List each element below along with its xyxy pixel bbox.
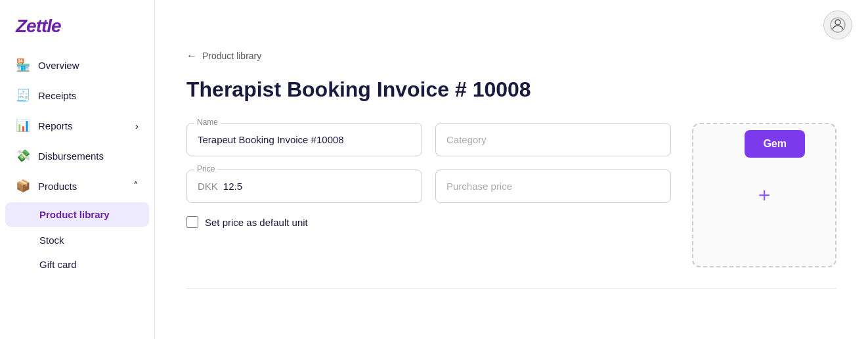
sidebar-item-disbursements[interactable]: 💸 Disbursements (0, 141, 154, 171)
name-input[interactable] (186, 123, 422, 156)
default-unit-checkbox[interactable] (186, 216, 198, 228)
form-and-image: Name Price DKK (186, 123, 836, 267)
logo-text: Zettle (16, 16, 61, 36)
sidebar-item-reports[interactable]: 📊 Reports › (0, 110, 154, 141)
price-currency: DKK (198, 181, 218, 192)
back-arrow-icon: ← (186, 50, 197, 62)
sub-item-label: Stock (39, 235, 64, 246)
sub-item-label: Product library (39, 209, 110, 220)
name-field-group: Name (186, 123, 422, 156)
main-content: ← Product library Therapist Booking Invo… (155, 0, 868, 339)
breadcrumb[interactable]: ← Product library (186, 50, 836, 62)
sidebar-item-label: Products (38, 181, 77, 192)
sidebar-item-product-library[interactable]: Product library (5, 202, 149, 227)
sidebar-item-products-left: 📦 Products (16, 179, 77, 193)
section-divider (186, 288, 836, 289)
top-bar (155, 0, 868, 50)
sidebar-item-label: Reports (38, 120, 73, 131)
products-icon: 📦 (16, 179, 30, 193)
store-icon: 🏪 (16, 58, 30, 72)
chevron-up-icon: ˄ (133, 180, 139, 192)
name-label: Name (194, 118, 221, 127)
user-avatar-button[interactable] (823, 11, 852, 39)
plus-icon: + (758, 183, 771, 208)
price-label: Price (194, 164, 217, 173)
logo[interactable]: Zettle (0, 0, 154, 50)
price-input[interactable] (223, 170, 411, 202)
sidebar-item-overview[interactable]: 🏪 Overview (0, 50, 154, 80)
sub-item-label: Gift card (39, 259, 77, 270)
receipts-icon: 🧾 (16, 88, 30, 102)
chevron-down-icon: › (135, 120, 139, 131)
gem-button[interactable]: Gem (745, 130, 805, 158)
sidebar-item-label: Disbursements (38, 150, 104, 162)
reports-icon: 📊 (16, 118, 30, 133)
sidebar-item-products[interactable]: 📦 Products ˄ (0, 171, 154, 201)
content-area: ← Product library Therapist Booking Invo… (155, 50, 868, 321)
sidebar-item-gift-card[interactable]: Gift card (0, 252, 154, 277)
sidebar-item-label: Overview (38, 60, 79, 71)
purchase-price-field-group (435, 170, 671, 203)
category-field-group (435, 123, 671, 156)
sidebar-item-label: Receipts (38, 90, 76, 101)
form-row-name-category: Name (186, 123, 671, 156)
svg-point-0 (835, 20, 840, 25)
purchase-price-input[interactable] (435, 170, 671, 203)
disbursements-icon: 💸 (16, 148, 30, 163)
sidebar: Zettle 🏪 Overview 🧾 Receipts 📊 Reports ›… (0, 0, 155, 339)
price-field-wrapper: DKK (186, 170, 422, 203)
price-field-group: Price DKK (186, 170, 422, 203)
default-unit-label: Set price as default unit (205, 217, 308, 228)
sidebar-item-receipts[interactable]: 🧾 Receipts (0, 80, 154, 110)
category-input[interactable] (435, 123, 671, 156)
form-fields: Name Price DKK (186, 123, 671, 228)
page-title: Therapist Booking Invoice # 10008 (186, 78, 531, 102)
breadcrumb-label: Product library (202, 51, 261, 61)
sidebar-item-stock[interactable]: Stock (0, 228, 154, 252)
sidebar-item-reports-left: 📊 Reports (16, 118, 73, 133)
default-unit-checkbox-row: Set price as default unit (186, 216, 671, 228)
form-row-price: Price DKK (186, 170, 671, 203)
